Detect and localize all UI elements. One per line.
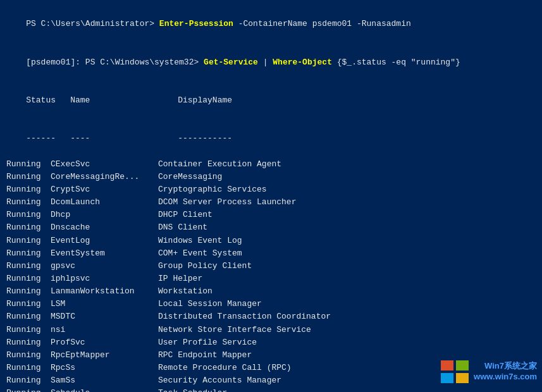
svg-rect-3 — [456, 373, 469, 383]
watermark-line1: Win7系统之家 — [484, 361, 537, 372]
sep-status: ------ — [26, 132, 70, 145]
table-row: RunningDnscache DNS Client — [6, 221, 536, 234]
table-row: RunningCoreMessagingRe...CoreMessaging — [6, 171, 536, 183]
prompt-1: PS C:\Users\Administrator> — [26, 19, 159, 28]
sep-name: ---- — [70, 132, 178, 145]
cmd-enter-pssession: Enter-Pssession — [159, 19, 233, 28]
cmd-params-1: -ContainerName psdemo01 -Runasadmin — [233, 19, 411, 28]
header-status: Status — [26, 94, 70, 107]
watermark-line2: www.win7s.com — [474, 372, 537, 383]
table-row: RunningLSM Local Session Manager — [6, 298, 536, 310]
command-line-1: PS C:\Users\Administrator> Enter-Pssessi… — [6, 5, 536, 43]
table-row: RunningDcomLaunch DCOM Server Process La… — [6, 196, 536, 209]
watermark: Win7系统之家 www.win7s.com — [440, 357, 537, 387]
cmd-filter: {$_.status -eq "running"} — [332, 58, 460, 67]
table-row: Runninggpsvc Group Policy Client — [6, 260, 536, 273]
cmd-pipe: | — [258, 58, 273, 67]
table-row: RunningCExecSvc Container Execution Agen… — [6, 158, 536, 171]
table-row: RunningProfSvc User Profile Service — [6, 336, 536, 349]
terminal-window: PS C:\Users\Administrator> Enter-Pssessi… — [0, 0, 542, 392]
table-row: RunningSchedule Task Scheduler — [6, 387, 536, 392]
table-row: RunningLanmanWorkstationWorkstation — [6, 285, 536, 298]
header-display: DisplayName — [178, 95, 232, 105]
table-row: RunningDhcp DHCP Client — [6, 209, 536, 221]
table-row: Runningiphlpsvc IP Helper — [6, 273, 536, 285]
cmd-get-service: Get-Service — [204, 58, 258, 67]
table-row: RunningCryptSvc Cryptographic Services — [6, 183, 536, 196]
command-line-2: [psdemo01]: PS C:\Windows\system32> Get-… — [6, 43, 536, 81]
svg-rect-2 — [441, 373, 453, 383]
sep-display: ----------- — [178, 133, 232, 143]
table-row: Runningnsi Network Store Interface Servi… — [6, 324, 536, 336]
svg-rect-0 — [441, 360, 453, 371]
table-header: StatusNameDisplayName — [6, 82, 536, 119]
table-row: RunningEventLog Windows Event Log — [6, 235, 536, 247]
table-row: RunningEventSystem COM+ Event System — [6, 247, 536, 260]
header-name: Name — [70, 94, 178, 107]
table-row: RunningMSDTC Distributed Transaction Coo… — [6, 310, 536, 323]
watermark-text-block: Win7系统之家 www.win7s.com — [474, 361, 537, 383]
svg-rect-1 — [456, 360, 469, 371]
windows-logo-icon — [440, 357, 470, 387]
cmd-where-object: Where-Object — [273, 58, 332, 67]
prompt-2: [psdemo01]: PS C:\Windows\system32> — [26, 58, 204, 67]
table-separator: --------------------- — [6, 119, 536, 157]
